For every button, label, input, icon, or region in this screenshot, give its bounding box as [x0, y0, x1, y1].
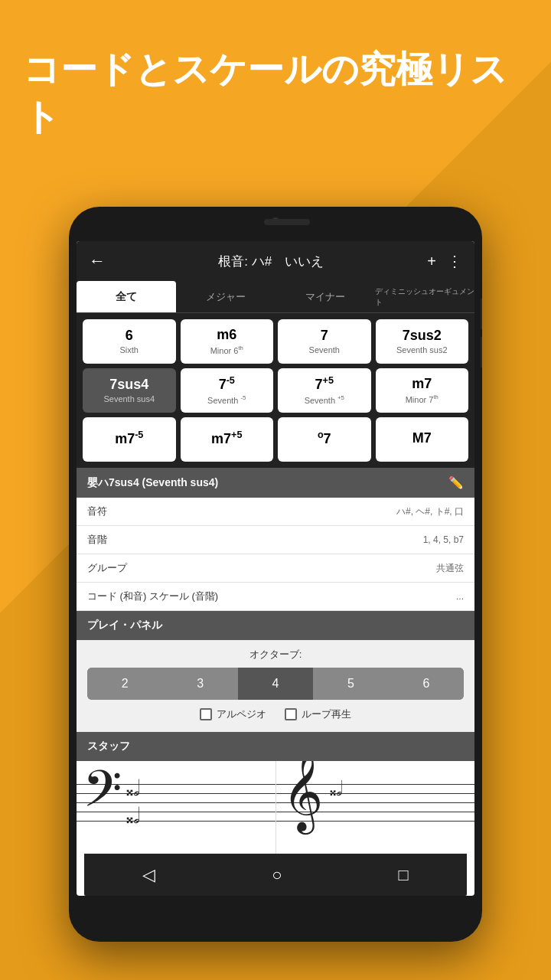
chord-m7sharp5[interactable]: m7+5	[181, 417, 274, 462]
nav-home-button[interactable]: ○	[272, 865, 282, 885]
octave-btn-3[interactable]: 3	[162, 668, 237, 700]
top-bar-actions: + ⋮	[427, 252, 462, 270]
top-bar-title: 根音: ハ# いいえ	[115, 253, 427, 270]
play-checkboxes: アルペジオ ループ再生	[87, 707, 464, 721]
nav-recents-button[interactable]: □	[399, 865, 409, 885]
info-row-scale: 音階 1, 4, 5, b7	[77, 526, 474, 554]
menu-button[interactable]: ⋮	[447, 252, 462, 270]
staff-panel-title: スタッフ	[87, 740, 130, 752]
chord-7sus4-main: 7sus4	[109, 377, 148, 393]
info-row-notes: 音符 ハ#, ヘ#, ト#, 口	[77, 498, 474, 526]
play-panel: プレイ・パネル オクターブ: 2 3 4 5 6 アルペジオ	[77, 611, 474, 732]
tab-minor[interactable]: マイナー	[276, 281, 375, 312]
phone-speaker	[264, 219, 310, 225]
chord-m6-sub: Minor 6th	[210, 345, 243, 355]
staff-panel-header: スタッフ	[77, 732, 474, 761]
chord-7sus2[interactable]: 7sus2 Seventh sus2	[376, 319, 469, 364]
treble-clef-notes: 𝄪𝅗𝅥	[330, 776, 336, 801]
page-title: コードとスケールの究極リスト	[23, 46, 528, 142]
info-value-notes: ハ#, ヘ#, ト#, 口	[396, 505, 464, 518]
chord-m6-main: m6	[217, 328, 236, 343]
chord-grid: 6 Sixth m6 Minor 6th 7 Seventh 7sus2 Sev…	[77, 313, 474, 468]
play-panel-content: オクターブ: 2 3 4 5 6 アルペジオ ループ再生	[77, 640, 474, 732]
chord-7flat5-sub: Seventh -5	[207, 394, 246, 405]
chord-7sharp5-main: 7+5	[315, 376, 334, 393]
arpeggio-checkbox-box[interactable]	[200, 708, 212, 720]
treble-staff: 𝄞 𝄪𝅗𝅥	[276, 761, 475, 861]
volume-down-button[interactable]	[481, 337, 482, 368]
title-text: コードとスケールの究極リスト	[23, 49, 507, 137]
loop-checkbox-box[interactable]	[285, 708, 297, 720]
octave-buttons: 2 3 4 5 6	[87, 668, 464, 700]
tab-bar: 全て メジャー マイナー ディミニッシュオーギュメント	[77, 281, 474, 313]
loop-label: ループ再生	[302, 707, 351, 721]
tab-diminished[interactable]: ディミニッシュオーギュメント	[375, 281, 474, 312]
octave-label: オクターブ:	[87, 648, 464, 662]
staff-content: 𝄢 𝄪𝅗𝅥 𝄪𝅗𝅥 𝄞	[77, 761, 474, 861]
bass-clef-notes: 𝄪𝅗𝅥 𝄪𝅗𝅥	[126, 773, 133, 828]
back-button[interactable]: ←	[89, 251, 106, 271]
bottom-nav: ◁ ○ □	[84, 854, 467, 896]
info-panel-title: 嬰ハ7sus4 (Seventh sus4)	[87, 476, 218, 490]
phone-screen: ← 根音: ハ# いいえ + ⋮ 全て メジャー マイナー ディミニッシュオーギ…	[77, 241, 474, 896]
info-value-chord-scale: ...	[456, 591, 464, 602]
arpeggio-label: アルペジオ	[217, 707, 266, 721]
chord-7sharp5[interactable]: 7+5 Seventh +5	[278, 368, 371, 413]
treble-clef-symbol: 𝄞	[282, 761, 323, 826]
bass-staff: 𝄢 𝄪𝅗𝅥 𝄪𝅗𝅥	[77, 761, 276, 861]
info-row-chord-scale: コード (和音) スケール (音階) ...	[77, 583, 474, 611]
chord-7-main: 7	[321, 328, 328, 344]
top-bar: ← 根音: ハ# いいえ + ⋮	[77, 241, 474, 281]
info-row-group: グループ 共通弦	[77, 554, 474, 583]
chord-m7sharp5-main: m7+5	[211, 430, 242, 447]
chord-7sus4-sub: Seventh sus4	[103, 394, 155, 403]
chord-M7[interactable]: M7	[376, 417, 469, 462]
chord-m7-sub: Minor 7th	[406, 394, 439, 404]
info-value-group: 共通弦	[436, 562, 464, 575]
phone-frame: ← 根音: ハ# いいえ + ⋮ 全て メジャー マイナー ディミニッシュオーギ…	[69, 207, 482, 942]
chord-7[interactable]: 7 Seventh	[278, 319, 371, 364]
chord-M7-main: M7	[412, 431, 432, 446]
play-panel-header: プレイ・パネル	[77, 611, 474, 640]
chord-6-sub: Sixth	[120, 345, 139, 354]
chord-m7flat5[interactable]: m7-5	[83, 417, 176, 462]
info-panel: 嬰ハ7sus4 (Seventh sus4) ✏️ 音符 ハ#, ヘ#, ト#,…	[77, 468, 474, 611]
octave-btn-4[interactable]: 4	[238, 668, 313, 700]
chord-7sus4[interactable]: 7sus4 Seventh sus4	[83, 368, 176, 413]
chord-7flat5[interactable]: 7-5 Seventh -5	[181, 368, 274, 413]
octave-btn-5[interactable]: 5	[313, 668, 388, 700]
chord-m7[interactable]: m7 Minor 7th	[376, 368, 469, 413]
loop-checkbox[interactable]: ループ再生	[285, 707, 351, 721]
chord-dim7[interactable]: o7	[278, 417, 371, 462]
play-panel-title: プレイ・パネル	[87, 619, 162, 631]
tab-major[interactable]: メジャー	[176, 281, 276, 312]
chord-7sus2-sub: Seventh sus2	[396, 345, 448, 354]
chord-6-main: 6	[126, 328, 133, 344]
chord-7-sub: Seventh	[309, 345, 340, 354]
info-value-scale: 1, 4, 5, b7	[423, 534, 464, 545]
octave-btn-6[interactable]: 6	[389, 668, 464, 700]
tab-all[interactable]: 全て	[77, 281, 176, 312]
info-label-scale: 音階	[87, 533, 107, 547]
edit-icon[interactable]: ✏️	[448, 475, 464, 490]
info-label-notes: 音符	[87, 505, 107, 518]
staff-panel: スタッフ 𝄢 𝄪𝅗𝅥 𝄪𝅗𝅥	[77, 732, 474, 861]
chord-dim7-main: o7	[318, 430, 331, 447]
arpeggio-checkbox[interactable]: アルペジオ	[200, 707, 266, 721]
chord-m7-main: m7	[412, 377, 432, 392]
chord-6[interactable]: 6 Sixth	[83, 319, 176, 364]
chord-m6[interactable]: m6 Minor 6th	[181, 319, 274, 364]
octave-btn-2[interactable]: 2	[87, 668, 162, 700]
add-button[interactable]: +	[427, 253, 436, 270]
nav-back-button[interactable]: ◁	[142, 865, 155, 885]
chord-7sus2-main: 7sus2	[403, 328, 442, 344]
chord-m7flat5-main: m7-5	[115, 430, 143, 447]
info-label-chord-scale: コード (和音) スケール (音階)	[87, 590, 218, 603]
bass-clef-symbol: 𝄢	[83, 765, 122, 826]
info-label-group: グループ	[87, 561, 127, 575]
volume-up-button[interactable]	[481, 299, 482, 329]
chord-7flat5-main: 7-5	[219, 376, 235, 393]
info-panel-header: 嬰ハ7sus4 (Seventh sus4) ✏️	[77, 468, 474, 498]
chord-7sharp5-sub: Seventh +5	[305, 394, 344, 405]
